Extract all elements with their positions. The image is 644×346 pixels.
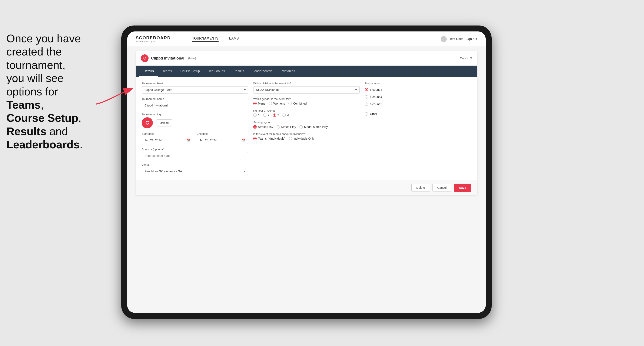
tab-details[interactable]: Details	[139, 66, 158, 77]
gender-womens-radio[interactable]	[268, 102, 272, 105]
gender-mens[interactable]: Mens	[253, 102, 265, 105]
rounds-3-label: 3	[278, 114, 279, 117]
dates-row: Start date Jan 21, 2024 📅 End date Jan 2…	[142, 132, 248, 144]
rounds-3[interactable]: 3	[273, 114, 279, 117]
left-text-content: Once you havecreated thetournament,you w…	[6, 32, 82, 151]
form-column-3: Format type 5 count 4 6 count 4	[365, 82, 471, 175]
scoring-stroke-radio[interactable]	[253, 125, 257, 129]
form-column-1: Tournament Host Clippd College - Men Tou…	[142, 82, 248, 175]
scoring-match[interactable]: Match Play	[277, 125, 296, 129]
tournament-header: C Clippd Invitational (Men) Cancel X	[136, 51, 477, 66]
cancel-top-x[interactable]: X	[470, 56, 472, 60]
venue-select[interactable]: Peachtree GC - Atlanta - GA	[142, 168, 248, 175]
rounds-2[interactable]: 2	[263, 114, 270, 117]
start-date-value: Jan 21, 2024	[144, 139, 162, 142]
start-date-input[interactable]: Jan 21, 2024 📅	[142, 137, 193, 144]
tab-tee-groups[interactable]: Tee Groups	[204, 66, 229, 77]
cancel-button[interactable]: Cancel	[432, 184, 452, 192]
format-other-radio[interactable]	[365, 112, 368, 116]
tab-leaderboards[interactable]: Leaderboards	[248, 66, 277, 77]
gender-combined[interactable]: Combined	[288, 102, 307, 105]
format-6count5-radio[interactable]	[365, 102, 368, 106]
gender-radio-group: Mens Womens Combined	[253, 102, 360, 105]
format-6count5-label: 6 count 5	[370, 102, 382, 106]
calendar-icon[interactable]: 📅	[187, 139, 190, 142]
teams-label: Is this event for Teams and/or Individua…	[253, 132, 360, 136]
rounds-1[interactable]: 1	[253, 114, 260, 117]
user-signin-text[interactable]: Test User | Sign out	[449, 37, 477, 40]
tournament-name-group: Tournament name	[142, 97, 248, 109]
teams-option[interactable]: Teams (+Individuals)	[253, 137, 286, 140]
sponsor-input[interactable]	[142, 152, 248, 160]
gender-combined-radio[interactable]	[288, 102, 292, 105]
scoring-medal[interactable]: Medal Match Play	[300, 125, 328, 129]
tab-course-setup[interactable]: Course Setup	[176, 66, 204, 77]
format-label: Format type	[365, 82, 471, 85]
upload-button[interactable]: Upload	[156, 119, 172, 127]
scoring-match-radio[interactable]	[277, 125, 280, 129]
tab-printables[interactable]: Printables	[276, 66, 299, 77]
tournament-sub: (Men)	[188, 56, 196, 60]
bottom-action-bar: Delete Cancel Save	[136, 180, 477, 195]
division-group: Which division is the event for? NCAA Di…	[253, 82, 360, 94]
teams-radio-group: Teams (+Individuals) Individuals Only	[253, 137, 360, 140]
nav-tournaments[interactable]: TOURNAMENTS	[192, 36, 218, 42]
end-date-group: End date Jan 23, 2024 📅	[197, 132, 248, 144]
rounds-4-radio[interactable]	[282, 114, 286, 117]
rounds-3-radio[interactable]	[273, 114, 276, 117]
teams-radio[interactable]	[253, 137, 257, 140]
scoreboard-logo: SCOREBOARD Powered by clippd	[136, 35, 171, 42]
delete-button[interactable]: Delete	[412, 184, 430, 192]
format-6count4-label: 6 count 4	[370, 95, 382, 99]
format-6count5[interactable]: 6 count 5	[365, 102, 471, 107]
start-date-label: Start date	[142, 132, 193, 135]
end-date-input[interactable]: Jan 23, 2024 📅	[197, 137, 248, 144]
scoring-radio-group: Stroke Play Match Play Medal Match Play	[253, 125, 360, 129]
save-button[interactable]: Save	[454, 184, 471, 192]
nav-teams[interactable]: TEAMS	[227, 36, 239, 42]
scoring-stroke[interactable]: Stroke Play	[253, 125, 273, 129]
scoring-medal-label: Medal Match Play	[304, 125, 328, 129]
user-avatar	[441, 36, 447, 42]
scoring-match-label: Match Play	[281, 125, 296, 129]
rounds-2-radio[interactable]	[263, 114, 266, 117]
gender-mens-radio[interactable]	[253, 102, 257, 105]
individuals-label-text: Individuals Only	[294, 137, 314, 140]
rounds-4[interactable]: 4	[282, 114, 289, 117]
gender-group: Which gender is the event for? Mens Wome…	[253, 97, 360, 105]
rounds-2-label: 2	[268, 114, 270, 117]
tournament-host-select[interactable]: Clippd College - Men	[142, 86, 248, 94]
scoring-label: Scoring system	[253, 121, 360, 124]
cancel-top-button[interactable]: Cancel X	[460, 56, 472, 60]
tournament-name-input[interactable]	[142, 102, 248, 109]
tournament-host-group: Tournament Host Clippd College - Men	[142, 82, 248, 94]
arrow-indicator	[94, 83, 136, 109]
tournament-icon: C	[141, 54, 148, 62]
calendar-icon-end[interactable]: 📅	[242, 139, 246, 142]
tab-bar: Details Teams Course Setup Tee Groups Re…	[136, 66, 477, 77]
format-options: 5 count 4 6 count 4 6 count 5	[365, 87, 471, 116]
top-left-nav: SCOREBOARD Powered by clippd TOURNAMENTS…	[136, 35, 239, 42]
individuals-radio[interactable]	[289, 137, 292, 140]
user-area[interactable]: Test User | Sign out	[441, 36, 477, 42]
division-select[interactable]: NCAA Division III	[253, 86, 360, 94]
scoring-medal-radio[interactable]	[300, 125, 303, 129]
tournament-logo-group: Tournament logo C Upload	[142, 113, 248, 128]
format-5count4[interactable]: 5 count 4	[365, 87, 471, 92]
format-6count4-radio[interactable]	[365, 95, 368, 99]
bold-teams: Teams	[6, 99, 41, 111]
rounds-1-radio[interactable]	[253, 114, 257, 117]
gender-womens[interactable]: Womens	[268, 102, 285, 105]
left-text-block: Once you havecreated thetournament,you w…	[0, 28, 102, 156]
teams-label-text: Teams (+Individuals)	[258, 137, 286, 140]
tournament-host-label: Tournament Host	[142, 82, 248, 85]
start-date-group: Start date Jan 21, 2024 📅	[142, 132, 193, 144]
form-area: Tournament Host Clippd College - Men Tou…	[136, 77, 477, 180]
tab-results[interactable]: Results	[229, 66, 248, 77]
tab-teams[interactable]: Teams	[158, 66, 176, 77]
format-5count4-radio[interactable]	[365, 88, 368, 91]
format-6count4[interactable]: 6 count 4	[365, 94, 471, 99]
logo-upload-area: C Upload	[142, 117, 248, 128]
cancel-top-label[interactable]: Cancel	[460, 56, 469, 60]
individuals-option[interactable]: Individuals Only	[289, 137, 314, 140]
